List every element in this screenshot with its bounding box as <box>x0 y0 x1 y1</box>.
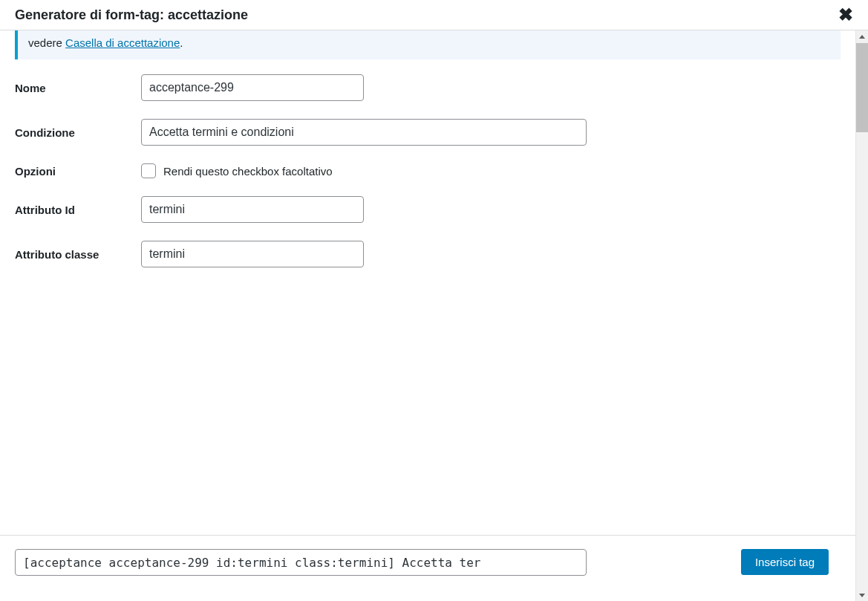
id-attr-input[interactable] <box>141 196 364 223</box>
label-id-attr: Attributo Id <box>15 204 141 216</box>
condition-input[interactable] <box>141 119 587 146</box>
label-options: Opzioni <box>15 165 141 178</box>
optional-checkbox[interactable] <box>141 163 156 178</box>
row-options: Opzioni Rendi questo checkbox facoltativ… <box>15 163 841 178</box>
control-condition <box>141 119 587 146</box>
optional-checkbox-label: Rendi questo checkbox facoltativo <box>163 165 333 178</box>
main-content: vedere Casella di accettazione. Nome Con… <box>0 30 855 601</box>
scroll-track-area[interactable] <box>856 43 868 588</box>
scrollbar[interactable] <box>855 30 868 601</box>
label-name: Nome <box>15 82 141 94</box>
label-class-attr: Attributo classe <box>15 248 141 261</box>
control-options: Rendi questo checkbox facoltativo <box>141 163 333 178</box>
dialog-body-wrapper: vedere Casella di accettazione. Nome Con… <box>0 30 868 601</box>
row-id-attr: Attributo Id <box>15 196 841 223</box>
insert-tag-button[interactable]: Inserisci tag <box>741 549 829 575</box>
dialog-title: Generatore di form-tag: accettazione <box>15 7 248 23</box>
control-name <box>141 74 364 101</box>
close-icon: ✖ <box>838 4 853 25</box>
form-tag-dialog: Generatore di form-tag: accettazione ✖ v… <box>0 0 868 601</box>
label-condition: Condizione <box>15 126 141 139</box>
scroll-down-arrow-icon[interactable] <box>856 588 868 601</box>
scroll-up-arrow-icon[interactable] <box>856 30 868 43</box>
info-box: vedere Casella di accettazione. <box>15 30 841 59</box>
row-name: Nome <box>15 74 841 101</box>
tag-output-input[interactable] <box>15 549 587 576</box>
control-class-attr <box>141 241 364 267</box>
footer-area: Inserisci tag <box>0 535 855 601</box>
content-area: vedere Casella di accettazione. Nome Con… <box>0 30 855 535</box>
name-input[interactable] <box>141 74 364 101</box>
row-class-attr: Attributo classe <box>15 241 841 267</box>
info-link[interactable]: Casella di accettazione <box>65 36 180 49</box>
control-id-attr <box>141 196 364 223</box>
dialog-header: Generatore di form-tag: accettazione ✖ <box>0 0 868 30</box>
close-button[interactable]: ✖ <box>838 6 853 24</box>
row-condition: Condizione <box>15 119 841 146</box>
class-attr-input[interactable] <box>141 241 364 267</box>
scroll-thumb[interactable] <box>856 43 868 132</box>
info-prefix: vedere <box>28 36 65 49</box>
info-suffix: . <box>180 36 183 49</box>
